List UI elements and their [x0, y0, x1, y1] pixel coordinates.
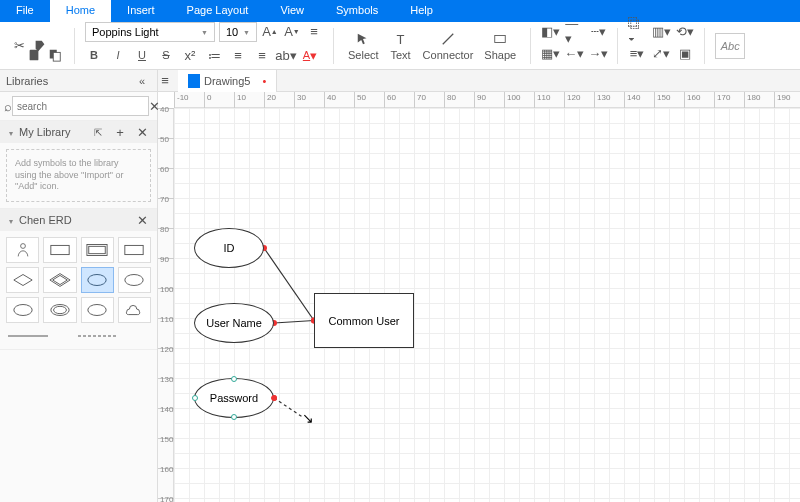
shape-derived[interactable]: [43, 297, 76, 323]
menu-file[interactable]: File: [0, 0, 50, 22]
chen-shape-grid: [0, 231, 157, 329]
node-password[interactable]: Password: [194, 378, 274, 418]
tab-menu-icon[interactable]: ≡: [158, 72, 172, 90]
shape-weak-entity[interactable]: [81, 237, 114, 263]
menu-bar: FileHomeInsertPage LayoutViewSymbolsHelp: [0, 0, 800, 22]
svg-line-21: [274, 321, 314, 324]
distribute-icon[interactable]: ≡▾: [628, 44, 646, 62]
modified-indicator: •: [262, 75, 266, 87]
font-size-select[interactable]: 10▼: [219, 22, 257, 42]
document-tab[interactable]: Drawing5 •: [178, 70, 277, 92]
select-tool[interactable]: Select: [344, 30, 383, 61]
superscript-icon[interactable]: x²: [181, 46, 199, 64]
svg-rect-0: [30, 49, 39, 60]
shape-dashed-line[interactable]: [78, 333, 118, 339]
ribbon: ✂ Poppins Light▼ 10▼ A▲ A▼ ≡ B I U S x² …: [0, 22, 800, 70]
library-hint: Add symbols to the library using the abo…: [6, 149, 151, 202]
text-case-icon[interactable]: ab▾: [277, 46, 295, 64]
svg-rect-9: [125, 245, 143, 254]
collapse-sidebar-icon[interactable]: «: [133, 72, 151, 90]
style-preview[interactable]: Abc: [715, 33, 745, 59]
connector-icon: [437, 30, 459, 48]
numbering-icon[interactable]: ≡: [229, 46, 247, 64]
arrow-end-icon[interactable]: →▾: [589, 44, 607, 62]
shape-icon: [489, 30, 511, 48]
copy-icon[interactable]: [46, 46, 64, 64]
underline-icon[interactable]: U: [133, 46, 151, 64]
align-objects-icon[interactable]: ▥▾: [652, 22, 670, 40]
line-style-icon[interactable]: —▾: [565, 22, 583, 40]
shape-person[interactable]: [6, 237, 39, 263]
svg-point-15: [88, 305, 106, 316]
text-tool[interactable]: TText: [386, 30, 416, 61]
shape-relationship[interactable]: [6, 267, 39, 293]
center-icon[interactable]: ▣: [676, 44, 694, 62]
shape-line[interactable]: [8, 333, 48, 339]
document-icon: [188, 74, 200, 88]
increase-font-icon[interactable]: A▲: [261, 22, 279, 40]
bold-icon[interactable]: B: [85, 46, 103, 64]
font-color-icon[interactable]: A▾: [301, 46, 319, 64]
svg-point-11: [125, 275, 143, 286]
shape-tool[interactable]: Shape: [480, 30, 520, 61]
add-symbol-icon[interactable]: +: [111, 123, 129, 141]
align-icon[interactable]: ≡: [253, 46, 271, 64]
line-spacing-icon[interactable]: ≡: [305, 22, 323, 40]
menu-help[interactable]: Help: [394, 0, 449, 22]
fill-icon[interactable]: ◧▾: [541, 22, 559, 40]
close-chen-icon[interactable]: ✕: [133, 211, 151, 229]
svg-rect-2: [53, 52, 60, 61]
svg-line-18: [264, 248, 314, 321]
shape-attribute[interactable]: [81, 267, 114, 293]
canvas[interactable]: IDUser NamePasswordCommon User↘: [174, 108, 800, 502]
pointer-icon: [352, 30, 374, 48]
menu-home[interactable]: Home: [50, 0, 111, 22]
canvas-area: ≡ Drawing5 • -10010203040506070809010011…: [158, 70, 800, 502]
svg-line-24: [274, 398, 304, 418]
svg-line-3: [443, 34, 454, 45]
shape-key[interactable]: [81, 297, 114, 323]
search-row: ⌕ ✕: [0, 92, 157, 121]
shape-entity2[interactable]: [118, 237, 151, 263]
shadow-icon[interactable]: ▦▾: [541, 44, 559, 62]
search-icon: ⌕: [4, 97, 12, 115]
close-lib-icon[interactable]: ✕: [133, 123, 151, 141]
decrease-font-icon[interactable]: A▼: [283, 22, 301, 40]
menu-insert[interactable]: Insert: [111, 0, 171, 22]
shape-cloud[interactable]: [118, 297, 151, 323]
my-library-header[interactable]: ▾ My Library ⇱ + ✕: [0, 121, 157, 143]
size-icon[interactable]: ⤢▾: [652, 44, 670, 62]
group-icon[interactable]: ⿻▾: [628, 22, 646, 40]
ruler-horizontal: -100102030405060708090100110120130140150…: [174, 92, 800, 108]
svg-point-5: [20, 244, 25, 249]
ruler-vertical: 405060708090100110120130140150160170: [158, 108, 174, 502]
arrow-begin-icon[interactable]: ←▾: [565, 44, 583, 62]
node-common[interactable]: Common User: [314, 293, 414, 348]
document-tab-bar: ≡ Drawing5 •: [158, 70, 800, 92]
strike-icon[interactable]: S: [157, 46, 175, 64]
shape-entity[interactable]: [43, 237, 76, 263]
menu-symbols[interactable]: Symbols: [320, 0, 394, 22]
shape-weak-rel[interactable]: [43, 267, 76, 293]
shape-multival[interactable]: [6, 297, 39, 323]
line-dash-icon[interactable]: ┄▾: [589, 22, 607, 40]
text-icon: T: [390, 30, 412, 48]
import-icon[interactable]: ⇱: [89, 123, 107, 141]
node-username[interactable]: User Name: [194, 303, 274, 343]
font-family-select[interactable]: Poppins Light▼: [85, 22, 215, 42]
chen-erd-header[interactable]: ▾ Chen ERD ✕: [0, 209, 157, 231]
italic-icon[interactable]: I: [109, 46, 127, 64]
menu-view[interactable]: View: [264, 0, 320, 22]
node-id[interactable]: ID: [194, 228, 264, 268]
rotate-icon[interactable]: ⟲▾: [676, 22, 694, 40]
search-input[interactable]: [12, 96, 149, 116]
svg-rect-8: [89, 246, 106, 253]
connector-tool[interactable]: Connector: [419, 30, 478, 61]
bullets-icon[interactable]: ≔: [205, 46, 223, 64]
libraries-header: Libraries «: [0, 70, 157, 92]
menu-page-layout[interactable]: Page Layout: [171, 0, 265, 22]
svg-point-14: [53, 306, 66, 313]
paste-icon[interactable]: [25, 46, 43, 64]
shape-attribute2[interactable]: [118, 267, 151, 293]
cursor-icon: ↘: [302, 410, 314, 426]
